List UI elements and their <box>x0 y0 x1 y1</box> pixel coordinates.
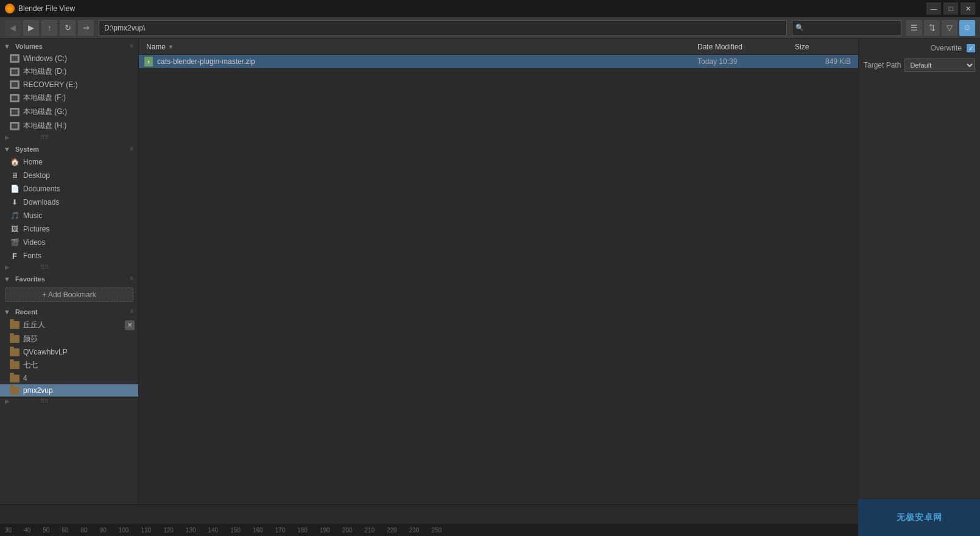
sidebar-item-local-h[interactable]: 本地磁盘 (H:) <box>0 119 138 133</box>
column-date-header[interactable]: Date Modified <box>695 39 792 54</box>
sidebar-item-label: Documents <box>23 185 60 193</box>
pictures-icon: 🖼 <box>10 224 19 234</box>
back-button[interactable]: ◀ <box>5 20 21 36</box>
settings-button[interactable]: ⚙ <box>959 20 975 36</box>
sidebar-item-home[interactable]: 🏠 Home <box>0 155 138 169</box>
timeline-value: 210 <box>364 527 375 534</box>
minimize-button[interactable]: — <box>926 2 941 15</box>
system-resize-handle[interactable]: ⠿ <box>130 147 133 152</box>
sidebar-item-recovery-e[interactable]: RECOVERY (E:) <box>0 79 138 91</box>
sort-button[interactable]: ⇅ <box>924 20 940 36</box>
sidebar-item-local-g[interactable]: 本地磁盘 (G:) <box>0 105 138 119</box>
timeline-value: 30 <box>5 527 12 534</box>
volumes-resize-handle[interactable]: ⠿ <box>130 44 133 49</box>
sidebar-item-local-f[interactable]: 本地磁盘 (F:) <box>0 91 138 105</box>
sidebar-item-music[interactable]: 🎵 Music <box>0 209 138 222</box>
sidebar-item-local-d[interactable]: 本地磁盘 (D:) <box>0 65 138 79</box>
sidebar-item-videos[interactable]: 🎬 Videos <box>0 236 138 249</box>
sidebar-item-fonts[interactable]: F Fonts <box>0 249 138 263</box>
recent-resize-handle[interactable]: ⠿ <box>130 309 133 315</box>
recent-more-indicator[interactable]: ▶ ⠿⠿ <box>0 397 138 406</box>
recent-item-4[interactable]: 4 <box>0 372 138 384</box>
filter-button[interactable]: ▽ <box>942 20 957 36</box>
folder-icon <box>10 348 19 356</box>
column-name-label: Name <box>146 43 166 51</box>
favorites-resize-handle[interactable]: ⠿ <box>130 277 133 282</box>
recent-item-label: 4 <box>23 374 27 383</box>
forward-button[interactable]: ▶ <box>23 20 39 36</box>
timeline-value: 120 <box>163 527 174 534</box>
folder-icon <box>10 321 19 329</box>
path-input[interactable] <box>99 20 787 36</box>
remove-recent-0-button[interactable]: ✕ <box>125 320 135 330</box>
folder-icon <box>10 361 19 369</box>
timeline-value: 140 <box>208 527 219 534</box>
sidebar: ▼ Volumes ⠿ Windows (C:) 本地磁盘 (D:) RECOV… <box>0 39 139 504</box>
drive-icon <box>10 122 19 130</box>
timeline-value: 110 <box>141 527 151 534</box>
sidebar-item-label: Windows (C:) <box>23 54 67 63</box>
app-container: ◀ ▶ ↑ ↻ ⇒ 🔍 ☰ ⇅ ▽ ⚙ ▼ Volumes ⠿ <box>0 17 980 536</box>
target-path-label: Target Path <box>864 61 901 69</box>
target-path-select[interactable]: Default Custom <box>904 58 975 72</box>
file-row[interactable]: z cats-blender-plugin-master.zip Today 1… <box>139 55 858 69</box>
folder-icon <box>10 335 19 343</box>
sidebar-item-windows-c[interactable]: Windows (C:) <box>0 52 138 65</box>
sidebar-item-documents[interactable]: 📄 Documents <box>0 182 138 196</box>
volumes-collapse-arrow: ▼ <box>4 43 10 50</box>
timeline-value: 60 <box>62 527 68 534</box>
file-name-cell: z cats-blender-plugin-master.zip <box>144 57 695 66</box>
recent-item-5[interactable]: pmx2vup <box>0 384 138 397</box>
column-size-header[interactable]: Size <box>792 39 853 54</box>
titlebar-title: Blender File View <box>18 4 75 13</box>
music-icon: 🎵 <box>10 211 19 220</box>
search-input[interactable] <box>792 20 901 36</box>
volumes-more-indicator[interactable]: ▶ ⠿⠿ <box>0 133 138 142</box>
bottom-bar: Install Ad... <box>0 504 980 524</box>
favorites-section-header[interactable]: ▼ Favorites ⠿ <box>0 272 138 285</box>
column-name-header[interactable]: Name ▼ <box>144 39 695 54</box>
sidebar-item-desktop[interactable]: 🖥 Desktop <box>0 169 138 182</box>
overwrite-checkbox[interactable] <box>967 44 975 52</box>
recent-item-2[interactable]: QVcawhbvLP <box>0 346 138 358</box>
timeline-value: 50 <box>43 527 49 534</box>
drive-icon <box>10 80 19 89</box>
timeline-value: 100 <box>119 527 129 534</box>
add-bookmark-button[interactable]: + Add Bookmark <box>5 287 133 302</box>
name-sort-arrow: ▼ <box>168 44 174 50</box>
refresh-button[interactable]: ↻ <box>60 20 76 36</box>
drive-icon <box>10 94 19 102</box>
volumes-resize-dots: ⠿⠿ <box>40 134 49 141</box>
bookmark-button[interactable]: ⇒ <box>78 20 94 36</box>
right-panel: Overwrite Target Path Default Custom <box>858 39 980 504</box>
timeline-value: 250 <box>431 527 442 534</box>
system-section-header[interactable]: ▼ System ⠿ <box>0 142 138 155</box>
file-list-header: Name ▼ Date Modified Size <box>139 39 858 55</box>
search-wrapper: 🔍 <box>792 20 901 36</box>
system-more-indicator[interactable]: ▶ ⠿⠿ <box>0 263 138 272</box>
system-collapse-arrow: ▼ <box>4 146 10 153</box>
sidebar-item-pictures[interactable]: 🖼 Pictures <box>0 222 138 236</box>
timeline-value: 40 <box>24 527 30 534</box>
file-name: cats-blender-plugin-master.zip <box>157 57 255 66</box>
up-button[interactable]: ↑ <box>41 20 57 36</box>
volumes-section-header[interactable]: ▼ Volumes ⠿ <box>0 39 138 52</box>
recent-item-label: QVcawhbvLP <box>23 348 68 356</box>
recent-section-header[interactable]: ▼ Recent ⠿ <box>0 305 138 318</box>
sidebar-item-downloads[interactable]: ⬇ Downloads <box>0 196 138 209</box>
recent-item-0[interactable]: 丘丘人 ✕ <box>0 318 138 332</box>
recent-item-1[interactable]: 颜莎 <box>0 332 138 346</box>
recent-item-3[interactable]: 七七 <box>0 358 138 372</box>
body: ▼ Volumes ⠿ Windows (C:) 本地磁盘 (D:) RECOV… <box>0 39 980 504</box>
toolbar-right-buttons: ☰ ⇅ ▽ ⚙ <box>906 20 975 36</box>
timeline-value: 150 <box>230 527 241 534</box>
fonts-icon: F <box>10 251 19 261</box>
timeline-value: 80 <box>81 527 88 534</box>
recent-item-label: 丘丘人 <box>23 320 45 330</box>
timeline-value: 180 <box>297 527 308 534</box>
sidebar-item-label: Pictures <box>23 225 49 233</box>
close-button[interactable]: ✕ <box>961 2 975 15</box>
view-toggle-button[interactable]: ☰ <box>906 20 922 36</box>
documents-icon: 📄 <box>10 184 19 194</box>
maximize-button[interactable]: □ <box>943 2 958 15</box>
